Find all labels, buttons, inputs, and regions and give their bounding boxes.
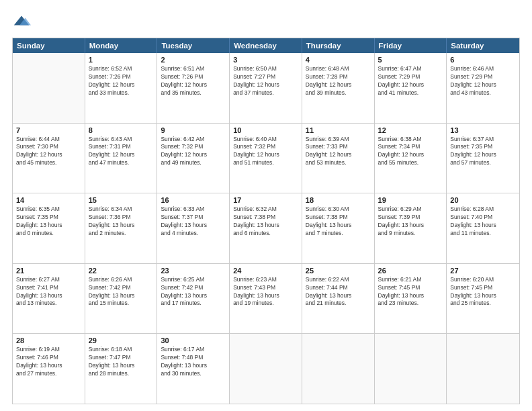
day-number: 14 (16, 196, 81, 204)
day-info: Sunrise: 6:25 AMSunset: 7:42 PMDaylight:… (161, 276, 226, 308)
day-number: 11 (306, 126, 371, 134)
day-info: Sunrise: 6:40 AMSunset: 7:32 PMDaylight:… (233, 136, 298, 168)
day-cell-10: 10Sunrise: 6:40 AMSunset: 7:32 PMDayligh… (230, 124, 302, 193)
day-cell-9: 9Sunrise: 6:42 AMSunset: 7:32 PMDaylight… (157, 124, 230, 193)
day-number: 24 (233, 267, 298, 275)
empty-cell (230, 334, 302, 404)
day-info: Sunrise: 6:50 AMSunset: 7:27 PMDaylight:… (233, 65, 298, 97)
day-number: 20 (450, 196, 516, 204)
week-row-5: 28Sunrise: 6:19 AMSunset: 7:46 PMDayligh… (13, 334, 519, 404)
day-number: 17 (233, 196, 298, 204)
day-cell-24: 24Sunrise: 6:23 AMSunset: 7:43 PMDayligh… (230, 264, 302, 334)
logo-icon (12, 12, 31, 31)
day-cell-8: 8Sunrise: 6:43 AMSunset: 7:31 PMDaylight… (85, 124, 158, 193)
day-cell-28: 28Sunrise: 6:19 AMSunset: 7:46 PMDayligh… (13, 334, 85, 404)
day-info: Sunrise: 6:29 AMSunset: 7:39 PMDaylight:… (378, 205, 443, 238)
day-cell-14: 14Sunrise: 6:35 AMSunset: 7:35 PMDayligh… (13, 193, 85, 263)
day-info: Sunrise: 6:28 AMSunset: 7:40 PMDaylight:… (450, 205, 516, 238)
day-cell-6: 6Sunrise: 6:46 AMSunset: 7:29 PMDaylight… (447, 53, 519, 123)
day-cell-26: 26Sunrise: 6:21 AMSunset: 7:45 PMDayligh… (375, 264, 447, 334)
day-info: Sunrise: 6:38 AMSunset: 7:34 PMDaylight:… (378, 136, 443, 168)
day-cell-18: 18Sunrise: 6:30 AMSunset: 7:38 PMDayligh… (302, 193, 375, 263)
day-info: Sunrise: 6:18 AMSunset: 7:47 PMDaylight:… (89, 346, 154, 378)
day-number: 12 (378, 126, 443, 134)
week-row-2: 7Sunrise: 6:44 AMSunset: 7:30 PMDaylight… (13, 124, 519, 194)
day-number: 30 (161, 336, 226, 345)
day-number: 25 (306, 267, 371, 275)
day-info: Sunrise: 6:37 AMSunset: 7:35 PMDaylight:… (450, 136, 516, 168)
header-cell-tuesday: Tuesday (157, 38, 230, 53)
header-cell-saturday: Saturday (447, 38, 519, 53)
day-info: Sunrise: 6:27 AMSunset: 7:41 PMDaylight:… (16, 276, 81, 308)
day-cell-16: 16Sunrise: 6:33 AMSunset: 7:37 PMDayligh… (157, 193, 230, 263)
day-number: 29 (89, 336, 154, 345)
day-cell-11: 11Sunrise: 6:39 AMSunset: 7:33 PMDayligh… (302, 124, 375, 193)
day-info: Sunrise: 6:20 AMSunset: 7:45 PMDaylight:… (450, 276, 516, 308)
page: SundayMondayTuesdayWednesdayThursdayFrid… (0, 0, 532, 411)
day-info: Sunrise: 6:44 AMSunset: 7:30 PMDaylight:… (16, 136, 81, 168)
day-info: Sunrise: 6:39 AMSunset: 7:33 PMDaylight:… (306, 136, 371, 168)
day-number: 21 (16, 267, 81, 275)
day-number: 9 (161, 126, 226, 134)
day-info: Sunrise: 6:19 AMSunset: 7:46 PMDaylight:… (16, 346, 81, 378)
day-number: 27 (450, 267, 516, 275)
day-number: 7 (16, 126, 81, 134)
day-cell-3: 3Sunrise: 6:50 AMSunset: 7:27 PMDaylight… (230, 53, 302, 123)
day-cell-25: 25Sunrise: 6:22 AMSunset: 7:44 PMDayligh… (302, 264, 375, 334)
day-cell-29: 29Sunrise: 6:18 AMSunset: 7:47 PMDayligh… (85, 334, 158, 404)
day-number: 26 (378, 267, 443, 275)
day-info: Sunrise: 6:26 AMSunset: 7:42 PMDaylight:… (89, 276, 154, 308)
day-number: 13 (450, 126, 516, 134)
day-number: 10 (233, 126, 298, 134)
day-cell-20: 20Sunrise: 6:28 AMSunset: 7:40 PMDayligh… (447, 193, 519, 263)
calendar-header: SundayMondayTuesdayWednesdayThursdayFrid… (13, 38, 519, 53)
day-info: Sunrise: 6:46 AMSunset: 7:29 PMDaylight:… (450, 65, 516, 97)
day-info: Sunrise: 6:42 AMSunset: 7:32 PMDaylight:… (161, 136, 226, 168)
day-info: Sunrise: 6:35 AMSunset: 7:35 PMDaylight:… (16, 205, 81, 238)
day-info: Sunrise: 6:48 AMSunset: 7:28 PMDaylight:… (306, 65, 371, 97)
day-cell-2: 2Sunrise: 6:51 AMSunset: 7:26 PMDaylight… (157, 53, 230, 123)
day-cell-1: 1Sunrise: 6:52 AMSunset: 7:26 PMDaylight… (85, 53, 158, 123)
day-number: 19 (378, 196, 443, 204)
day-info: Sunrise: 6:52 AMSunset: 7:26 PMDaylight:… (89, 65, 154, 97)
header-cell-sunday: Sunday (13, 38, 85, 53)
day-number: 2 (161, 56, 226, 64)
day-info: Sunrise: 6:33 AMSunset: 7:37 PMDaylight:… (161, 205, 226, 238)
week-row-4: 21Sunrise: 6:27 AMSunset: 7:41 PMDayligh… (13, 264, 519, 334)
day-cell-30: 30Sunrise: 6:17 AMSunset: 7:48 PMDayligh… (157, 334, 230, 404)
day-info: Sunrise: 6:22 AMSunset: 7:44 PMDaylight:… (306, 276, 371, 308)
day-number: 15 (89, 196, 154, 204)
day-number: 23 (161, 267, 226, 275)
empty-cell (375, 334, 447, 404)
day-number: 28 (16, 336, 81, 345)
header (12, 12, 520, 31)
empty-cell (13, 53, 85, 123)
day-cell-5: 5Sunrise: 6:47 AMSunset: 7:29 PMDaylight… (375, 53, 447, 123)
day-info: Sunrise: 6:34 AMSunset: 7:36 PMDaylight:… (89, 205, 154, 238)
week-row-1: 1Sunrise: 6:52 AMSunset: 7:26 PMDaylight… (13, 53, 519, 124)
logo (12, 12, 34, 31)
day-number: 4 (306, 56, 371, 64)
day-number: 6 (450, 56, 516, 64)
day-cell-17: 17Sunrise: 6:32 AMSunset: 7:38 PMDayligh… (230, 193, 302, 263)
day-cell-19: 19Sunrise: 6:29 AMSunset: 7:39 PMDayligh… (375, 193, 447, 263)
day-number: 3 (233, 56, 298, 64)
day-cell-21: 21Sunrise: 6:27 AMSunset: 7:41 PMDayligh… (13, 264, 85, 334)
day-cell-7: 7Sunrise: 6:44 AMSunset: 7:30 PMDaylight… (13, 124, 85, 193)
calendar-body: 1Sunrise: 6:52 AMSunset: 7:26 PMDaylight… (13, 53, 519, 404)
calendar: SundayMondayTuesdayWednesdayThursdayFrid… (12, 38, 520, 404)
day-cell-12: 12Sunrise: 6:38 AMSunset: 7:34 PMDayligh… (375, 124, 447, 193)
header-cell-thursday: Thursday (302, 38, 375, 53)
day-info: Sunrise: 6:17 AMSunset: 7:48 PMDaylight:… (161, 346, 226, 378)
day-info: Sunrise: 6:21 AMSunset: 7:45 PMDaylight:… (378, 276, 443, 308)
day-cell-15: 15Sunrise: 6:34 AMSunset: 7:36 PMDayligh… (85, 193, 158, 263)
day-number: 16 (161, 196, 226, 204)
day-number: 1 (89, 56, 154, 64)
day-cell-13: 13Sunrise: 6:37 AMSunset: 7:35 PMDayligh… (447, 124, 519, 193)
day-number: 5 (378, 56, 443, 64)
day-info: Sunrise: 6:43 AMSunset: 7:31 PMDaylight:… (89, 136, 154, 168)
week-row-3: 14Sunrise: 6:35 AMSunset: 7:35 PMDayligh… (13, 193, 519, 264)
header-cell-monday: Monday (85, 38, 158, 53)
day-cell-23: 23Sunrise: 6:25 AMSunset: 7:42 PMDayligh… (157, 264, 230, 334)
day-info: Sunrise: 6:51 AMSunset: 7:26 PMDaylight:… (161, 65, 226, 97)
